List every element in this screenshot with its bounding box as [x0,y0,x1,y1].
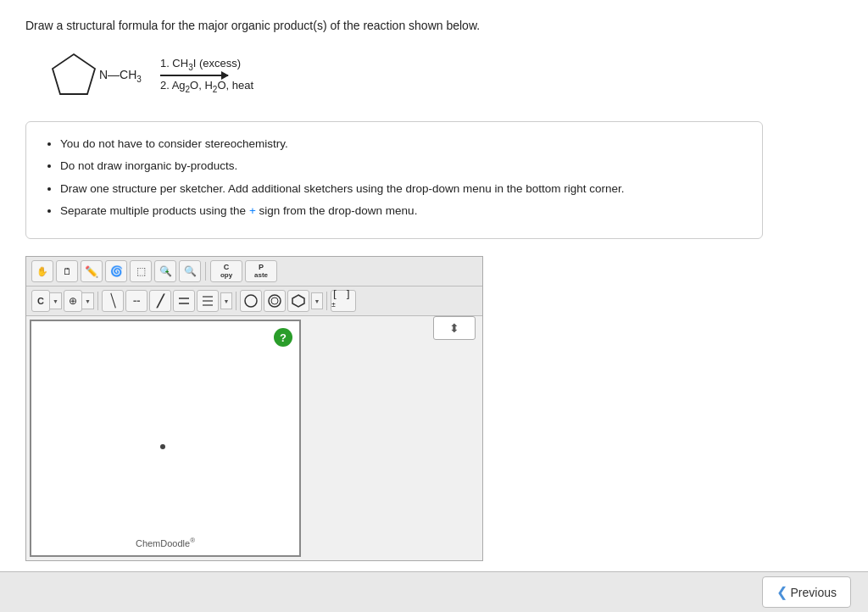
shape-dropdown-arrow[interactable]: ▼ [311,292,323,309]
marquee-tool[interactable]: ⬚ [130,260,152,282]
toolbar-row2: C ▼ ⊕ ▼ ╱ ╌ [26,287,482,316]
reactant-structure: N—CH3 [51,50,142,101]
canvas-dot [160,444,165,449]
ring-icon [267,293,282,309]
circle-icon [243,293,259,309]
drawing-canvas[interactable]: ? ChemDoodle® [30,320,301,557]
right-panel: ⬍ [433,316,482,370]
canvas-dropdown-area: ⬍ [433,316,476,340]
toolbar-separator-2 [97,292,98,310]
zoom-out-tool[interactable]: 🔍 [179,260,201,282]
copy-button[interactable]: Copy [210,260,242,282]
previous-label: Previous [791,586,837,599]
bracket-tool[interactable]: [ ]± [331,290,356,312]
n-ch3-label: N—CH3 [99,68,142,84]
hand-tool[interactable]: ✋ [31,260,53,282]
triple-bond-icon [200,293,215,309]
instructions-box: You do not have to consider stereochemis… [25,121,763,239]
toolbar-separator-3 [236,292,236,310]
conditions-block: 1. CH3I (excess) 2. Ag2O, H2O, heat [160,57,253,93]
help-button[interactable]: ? [274,328,292,347]
zoom-in-tool[interactable]: 🔍+ [154,260,176,282]
chemdoodle-label: ChemDoodle® [136,538,195,548]
bond-dropdown-arrow[interactable]: ▼ [220,292,232,309]
svg-point-6 [245,295,257,307]
instruction-4: Separate multiple products using the + s… [60,203,745,220]
reaction-arrow-row [160,75,228,76]
question-text: Draw a structural formula for the major … [25,17,843,35]
bottom-bar: ❮ Previous [0,571,868,612]
chemdoodle-reg: ® [190,537,195,544]
plus-dropdown-group: ⊕ ▼ [64,290,94,312]
single-bond-tool[interactable]: ╱ [102,290,124,312]
chevron-left-icon: ❮ [776,584,787,600]
toolbar-separator-1 [205,262,206,281]
paste-button[interactable]: Paste [245,260,277,282]
toolbar-row1: ✋ 🗒 ✏️ 🌀 ⬚ 🔍+ 🔍 [26,257,482,287]
svg-point-8 [271,298,278,304]
bold-bond-tool[interactable]: ╱ [149,290,171,312]
cyclopentane-ring [51,50,97,101]
main-content: Draw a structural formula for the major … [0,0,868,578]
condition1-text: 1. CH3I (excess) [160,57,241,72]
instruction-3: Draw one structure per sketcher. Add add… [60,181,745,198]
question-label: Draw a structural formula for the major … [25,19,480,32]
hexagon-tool[interactable] [287,290,309,312]
reaction-container: N—CH3 1. CH3I (excess) 2. Ag2O, H2O, hea… [51,50,843,101]
c-label-btn[interactable]: C [31,290,50,312]
reaction-arrow [160,75,228,76]
sketcher-area: ✋ 🗒 ✏️ 🌀 ⬚ 🔍+ 🔍 [25,256,483,561]
c-dropdown-group: C ▼ [31,290,62,312]
plus-dropdown-arrow[interactable]: ▼ [82,292,94,309]
canvas-row: ? ChemDoodle® ⬍ [26,316,482,560]
double-bond-tool[interactable] [173,290,195,312]
eraser-tool[interactable]: 🗒 [56,260,78,282]
c-dropdown-arrow[interactable]: ▼ [50,292,62,309]
svg-point-7 [269,295,281,307]
instruction-1: You do not have to consider stereochemis… [60,136,745,153]
pencil-tool[interactable]: ✏️ [81,260,103,282]
dashed-bond-tool[interactable]: ╌ [125,290,147,312]
svg-marker-9 [292,295,304,307]
condition2-text: 2. Ag2O, H2O, heat [160,79,253,94]
instructions-list: You do not have to consider stereochemis… [43,136,745,220]
circle-tool[interactable] [240,290,262,312]
previous-button[interactable]: ❮ Previous [762,576,851,608]
plus-sign: + [249,204,256,217]
triple-bond-tool[interactable] [197,290,219,312]
add-sketcher-dropdown[interactable]: ⬍ [433,316,476,340]
double-bond-icon [176,293,192,309]
hexagon-icon [291,293,306,309]
svg-marker-0 [53,54,95,94]
instruction-2: Do not draw inorganic by-products. [60,158,745,175]
lasso-tool[interactable]: 🌀 [105,260,127,282]
ring-tool[interactable] [264,290,286,312]
toolbar-separator-4 [326,292,327,310]
plus-center-btn[interactable]: ⊕ [64,290,82,312]
